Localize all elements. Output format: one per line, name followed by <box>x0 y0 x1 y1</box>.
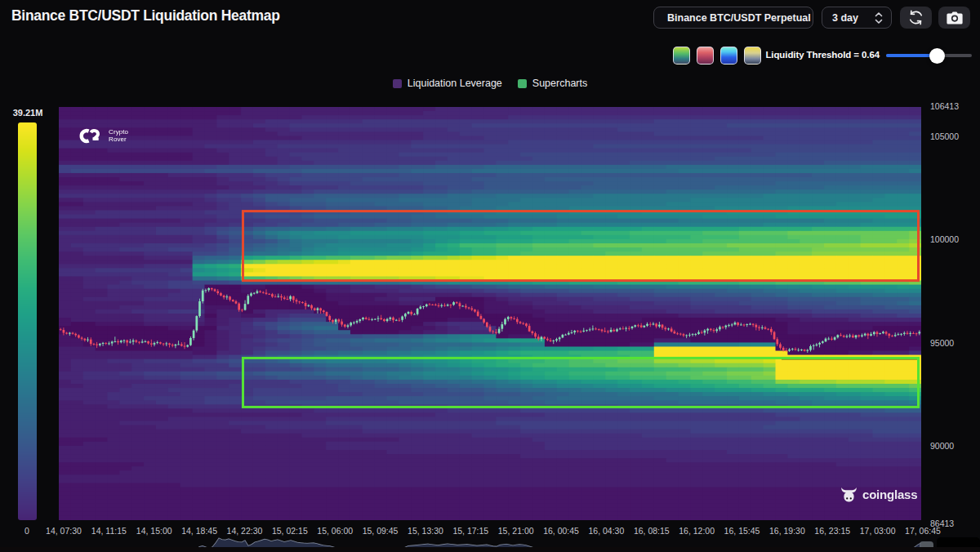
legend-item-supercharts: Supercharts <box>518 78 587 89</box>
crypto-rover-watermark: Crypto Rover <box>78 127 128 145</box>
liquidity-threshold-label: Liquidity Threshold = 0.64 <box>765 50 880 60</box>
crypto-rover-logo-icon <box>78 127 103 145</box>
legend-chip-purple <box>393 79 402 88</box>
up-down-chevrons-icon <box>875 11 883 24</box>
rover-word-2: Rover <box>109 136 128 144</box>
colorbar <box>18 122 37 520</box>
colormap-swatch-yellow[interactable] <box>744 47 761 65</box>
price-tick-label: 106413 <box>930 101 959 111</box>
price-tick-label: 105000 <box>930 131 959 141</box>
symbol-select[interactable]: Binance BTC/USDT Perpetual <box>653 7 813 29</box>
colorbar-min-label: 0 <box>2 526 52 536</box>
chart-legend: Liquidation Leverage Supercharts <box>0 78 980 89</box>
page-title: Binance BTC/USDT Liquidation Heatmap <box>11 7 280 24</box>
refresh-icon <box>908 10 924 25</box>
price-tick-label: 100000 <box>930 234 959 244</box>
legend-item-liquidation-leverage: Liquidation Leverage <box>393 78 502 89</box>
coinglass-bull-icon <box>840 487 858 502</box>
price-tick-label: 95000 <box>930 338 954 348</box>
coinglass-label: coinglass <box>862 487 917 501</box>
screenshot-button[interactable] <box>938 7 970 29</box>
camera-icon <box>947 11 963 24</box>
liquidity-threshold-slider[interactable] <box>886 54 972 57</box>
timeframe-value: 3 day <box>832 12 858 24</box>
colorbar-max-label: 39.21M <box>2 108 54 118</box>
price-tick-label: 90000 <box>930 441 954 451</box>
slider-thumb[interactable] <box>929 48 945 64</box>
bottom-strip <box>0 547 980 552</box>
symbol-select-value: Binance BTC/USDT Perpetual <box>667 12 811 24</box>
timeframe-select[interactable]: 3 day <box>822 7 892 29</box>
coinglass-watermark: coinglass <box>840 487 917 502</box>
refresh-button[interactable] <box>900 7 932 29</box>
colormap-swatch-red[interactable] <box>697 47 714 65</box>
colormap-swatch-blue[interactable] <box>720 47 737 65</box>
legend-chip-green <box>518 79 527 88</box>
legend-label: Liquidation Leverage <box>408 78 502 89</box>
liquidation-heatmap-plot[interactable] <box>59 107 921 520</box>
colormap-swatch-green[interactable] <box>673 47 690 65</box>
legend-label: Supercharts <box>532 78 587 89</box>
